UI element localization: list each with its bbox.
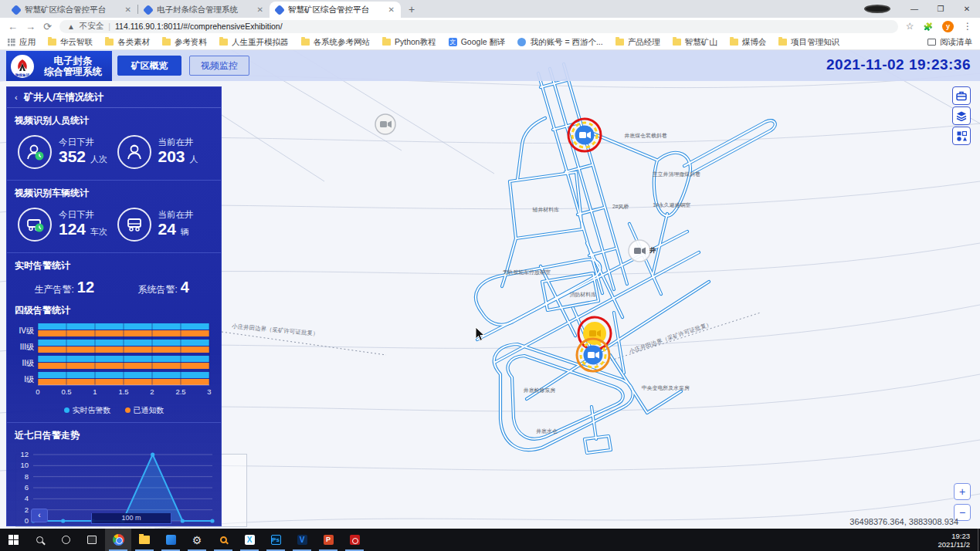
- bookmark-item[interactable]: 人生重开模拟器: [219, 37, 289, 48]
- url-text: 114.116.90.1:8011/#/comprehensiveExhibit…: [115, 22, 283, 31]
- camera-marker-well[interactable]: [629, 240, 650, 262]
- window-maximize-button[interactable]: ❐: [927, 5, 954, 13]
- forward-icon[interactable]: →: [25, 21, 36, 32]
- panel-collapse-chevron-icon[interactable]: ‹: [15, 93, 18, 102]
- bookmark-item[interactable]: 参考资料: [162, 37, 207, 48]
- svg-text:2.5: 2.5: [175, 387, 185, 396]
- panel-title-bar[interactable]: ‹ 矿井人/车情况统计: [7, 87, 221, 108]
- cortana-icon[interactable]: [53, 529, 79, 551]
- bookmark-item[interactable]: Python教程: [382, 37, 436, 48]
- extensions-icon[interactable]: 🧩: [924, 22, 933, 31]
- start-button[interactable]: [0, 529, 26, 551]
- map-place-label: 辅井材料库: [533, 206, 560, 213]
- apps-grid-icon: [8, 39, 15, 46]
- folder-icon: [105, 39, 114, 46]
- taskbar-chrome-icon[interactable]: [105, 529, 131, 551]
- taskbar-file-explorer-icon[interactable]: [131, 529, 158, 551]
- profile-avatar[interactable]: y: [942, 21, 954, 32]
- browser-tab[interactable]: 智慧矿区综合管控平台✕: [6, 2, 137, 18]
- taskbar-everything-search-icon[interactable]: [210, 529, 236, 551]
- map-place-label: 井底水仓: [536, 428, 558, 434]
- camera-marker-notified[interactable]: [577, 339, 609, 371]
- browser-tab[interactable]: 电子封条综合管理系统✕: [138, 2, 270, 18]
- taskbar-powerpoint-icon[interactable]: P: [315, 529, 341, 551]
- svg-text:10: 10: [20, 461, 29, 469]
- bar-chart-legend: 实时告警数 已通知数: [7, 405, 221, 416]
- map-zoom-in-button[interactable]: +: [954, 483, 971, 500]
- taskbar-clock[interactable]: 19:23 2021/11/2: [938, 532, 978, 549]
- folder-icon: [673, 39, 681, 46]
- company-logo-icon: 陕煤集团: [11, 55, 34, 78]
- taskbar-settings-icon[interactable]: ⚙: [184, 529, 210, 551]
- vehicle-shield-icon: [18, 208, 52, 242]
- production-alarm-count: 生产告警:12: [15, 279, 114, 296]
- reload-icon[interactable]: ⟳: [43, 21, 52, 32]
- map-legend-button[interactable]: [952, 127, 971, 145]
- back-icon[interactable]: ←: [8, 21, 18, 32]
- bookmark-item[interactable]: 各系统参考网站: [301, 37, 371, 48]
- window-minimize-button[interactable]: —: [901, 5, 927, 13]
- bookmarks-bar: 应用华云智联各类素材参考资料人生重开模拟器各系统参考网站Python教程文Goo…: [0, 35, 980, 50]
- windows-taskbar: ⚙ X Ps V P 19:23 2021/11/2: [0, 529, 980, 551]
- app-viewport: 井底煤仓装载斜巷主立井清理撒煤斜巷2#风桥1#永久避难硐室辅井材料库无轨胶轮车停…: [0, 50, 980, 529]
- browser-menu-icon[interactable]: ⋮: [963, 21, 972, 32]
- bookmark-item[interactable]: 项目管理知识: [778, 37, 839, 48]
- bookmark-item[interactable]: 智慧矿山: [673, 37, 717, 48]
- taskbar-photoshop-icon[interactable]: Ps: [263, 529, 289, 551]
- camera-marker-offline[interactable]: [375, 114, 395, 134]
- bookmark-item[interactable]: 各类素材: [105, 37, 150, 48]
- bookmark-item[interactable]: 华云智联: [48, 37, 93, 48]
- taskbar-v-app-icon[interactable]: V: [289, 529, 315, 551]
- svg-text:4: 4: [25, 494, 29, 502]
- stat-vehicle-current: 当前在井 24 辆: [117, 208, 217, 242]
- tab-close-icon[interactable]: ✕: [125, 5, 131, 14]
- folder-icon: [778, 39, 787, 46]
- new-tab-button[interactable]: +: [409, 3, 415, 15]
- address-bar[interactable]: ▲ 不安全 | 114.116.90.1:8011/#/comprehensiv…: [59, 20, 898, 33]
- browser-toolbar: ← → ⟳ ▲ 不安全 | 114.116.90.1:8011/#/compre…: [0, 18, 980, 35]
- reading-list-icon: [927, 39, 936, 46]
- bookmark-item[interactable]: 我的账号 = 西游个...: [517, 37, 602, 48]
- taskbar-photos-icon[interactable]: [158, 529, 184, 551]
- bookmark-item[interactable]: 煤博会: [730, 37, 767, 48]
- security-label: 不安全: [80, 21, 104, 32]
- folder-icon: [301, 39, 310, 46]
- reading-list-button[interactable]: 阅读清单: [927, 37, 972, 48]
- browser-tabstrip: 智慧矿区综合管控平台✕电子封条综合管理系统✕智慧矿区综合管控平台✕ + — ❐ …: [0, 0, 980, 18]
- mouse-cursor: [475, 326, 486, 342]
- translate-icon: 文: [449, 38, 457, 46]
- recording-indicator-icon: [864, 5, 890, 13]
- folder-icon: [219, 39, 228, 46]
- tab-favicon-icon: [274, 4, 285, 15]
- panel-title: 矿井人/车情况统计: [24, 91, 103, 104]
- alarm-level-bar-chart: IV级III级II级I级00.511.522.53: [7, 320, 222, 407]
- taskbar-x-app-icon[interactable]: X: [236, 529, 263, 551]
- panel-collapse-button[interactable]: ‹: [31, 509, 48, 522]
- svg-text:0: 0: [36, 387, 39, 396]
- bookmark-item[interactable]: 产品经理: [615, 37, 660, 48]
- nav-tab-mine-overview[interactable]: 矿区概览: [117, 56, 181, 76]
- taskbar-search-icon[interactable]: [26, 529, 53, 551]
- task-view-icon[interactable]: [79, 529, 105, 551]
- bookmark-star-icon[interactable]: ☆: [906, 21, 914, 32]
- bookmark-item[interactable]: 文Google 翻译: [449, 37, 506, 48]
- camera-marker-alarm-red[interactable]: [568, 119, 601, 151]
- person-stats-row: 今日下井 352 人次 当前在井 203 人: [7, 127, 221, 175]
- stat-vehicle-today: 今日下井 124 车次: [18, 208, 117, 242]
- bookmark-item[interactable]: 应用: [8, 37, 36, 48]
- map-tools-button[interactable]: [952, 86, 971, 105]
- taskbar-recorder-icon[interactable]: [341, 529, 368, 551]
- svg-text:I级: I级: [24, 375, 34, 384]
- window-close-button[interactable]: ✕: [954, 5, 980, 13]
- map-place-label: 主立井清理撒煤斜巷: [653, 171, 700, 177]
- svg-text:II级: II级: [22, 359, 34, 367]
- map-layers-button[interactable]: [952, 106, 971, 125]
- tab-close-icon[interactable]: ✕: [257, 5, 263, 14]
- map-place-label: 2#风桥: [612, 203, 629, 210]
- tab-favicon-icon: [143, 4, 154, 15]
- nav-tab-video-monitor[interactable]: 视频监控: [189, 56, 249, 76]
- app-title: 电子封条 综合管理系统: [39, 56, 107, 77]
- browser-tab[interactable]: 智慧矿区综合管控平台✕: [270, 2, 401, 18]
- map-place-label: 井底煤仓装载斜巷: [624, 132, 666, 139]
- tab-close-icon[interactable]: ✕: [388, 5, 395, 14]
